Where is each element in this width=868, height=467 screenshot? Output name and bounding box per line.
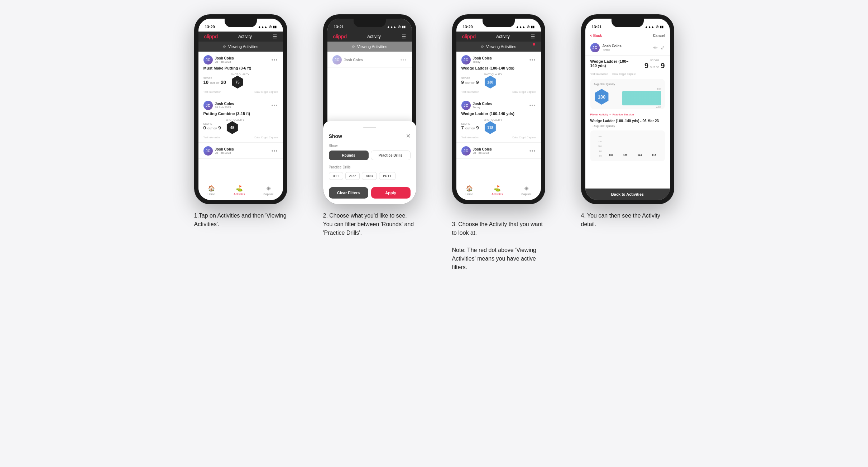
viewing-banner-1[interactable]: ⚙ Viewing Activities xyxy=(198,42,283,52)
card-header-1-2: JC Josh Coles 28 Feb 2023 ••• xyxy=(203,101,278,110)
activity-card-1-2[interactable]: JC Josh Coles 28 Feb 2023 ••• Putting Co… xyxy=(198,97,283,143)
status-icons-1: ▲▲▲ ⦾ ▮▮ xyxy=(258,25,277,29)
activity-card-1-3: JC Josh Coles 28 Feb 2023 ••• xyxy=(198,143,283,159)
chip-arg[interactable]: ARG xyxy=(362,172,377,180)
app-nav-2: clippd Activity ☰ xyxy=(327,32,412,42)
nav-activities-1[interactable]: ⛳ Activities xyxy=(234,185,245,196)
card-header-1-1: JC Josh Coles 28 Feb 2023 ••• xyxy=(203,55,278,65)
detail-user-info-4: JC Josh Coles Today xyxy=(590,43,622,52)
score-label-1-2: Score xyxy=(203,123,221,125)
nav-capture-label-1: Capture xyxy=(263,192,273,196)
nav-capture-1[interactable]: ⊕ Capture xyxy=(263,185,273,196)
sq-badge-1-2: 45 xyxy=(226,121,239,134)
card-header-2-partial: JC Josh Coles ••• xyxy=(332,55,407,65)
score-value-1-1: 10 OUT OF 20 xyxy=(203,80,226,85)
rounds-toggle[interactable]: Rounds xyxy=(329,151,369,160)
user-name-1-2: Josh Coles xyxy=(215,102,234,106)
modal-header: Show ✕ xyxy=(329,133,411,139)
capture-icon-1: ⊕ xyxy=(266,185,271,192)
card-title-1-2: Putting Combine (3-15 ft) xyxy=(203,111,278,116)
card-footer-1-1: Test Information Data: Clippd Capture xyxy=(203,91,278,93)
avatar-4: JC xyxy=(590,43,600,52)
chip-app[interactable]: APP xyxy=(345,172,360,180)
score-col-label-4: Score xyxy=(644,59,665,62)
bar-chart-4: 140 120 100 80 60 xyxy=(590,130,665,161)
clear-filters-button[interactable]: Clear Filters xyxy=(329,187,368,199)
menu-icon-2[interactable]: ☰ xyxy=(402,34,406,39)
banner-text-2: Viewing Activities xyxy=(357,44,387,49)
avatar-3-2: JC xyxy=(461,101,471,110)
app-logo-1: clippd xyxy=(204,34,218,39)
card-footer-3-2: Test Information Data: Clippd Capture xyxy=(461,136,536,139)
avatar-1-3: JC xyxy=(203,146,213,156)
home-icon-1: 🏠 xyxy=(208,185,215,192)
filter-icon-2: ⚙ xyxy=(352,45,355,49)
card-stats-1-2: Score 0 OUT OF 9 Shot Quality 45 xyxy=(203,119,278,134)
avg-hex-4: 130 xyxy=(594,89,610,105)
more-icon-3-3[interactable]: ••• xyxy=(529,148,536,154)
detail-actions-4: ✏ ⤢ xyxy=(653,45,665,51)
avg-quality-row-4: 130 130 APP xyxy=(594,88,661,106)
practice-drills-toggle[interactable]: Practice Drills xyxy=(371,151,411,160)
activity-card-1-1[interactable]: JC Josh Coles 28 Feb 2023 ••• Must Make … xyxy=(198,52,283,97)
user-name-1-3: Josh Coles xyxy=(215,147,234,151)
phone-notch-2 xyxy=(354,19,386,27)
shot-quality-3-1: Shot Quality 130 xyxy=(484,73,502,89)
nav-capture-3[interactable]: ⊕ Capture xyxy=(521,185,531,196)
score-label-3-2: Score xyxy=(461,123,479,125)
step-3: 13:20 ▲▲▲ ⦾ ▮▮ clippd Activity ☰ ⚙ Viewi… xyxy=(441,14,556,272)
phone-1: 13:20 ▲▲▲ ⦾ ▮▮ clippd Activity ☰ ⚙ Viewi… xyxy=(194,14,287,204)
nav-home-1[interactable]: 🏠 Home xyxy=(207,185,215,196)
user-date-1-2: 28 Feb 2023 xyxy=(215,106,234,109)
expand-icon-4[interactable]: ⤢ xyxy=(661,45,665,51)
user-date-3-3: 28 Feb 2023 xyxy=(473,151,492,154)
edit-icon-4[interactable]: ✏ xyxy=(653,45,658,51)
user-name-3-2: Josh Coles xyxy=(473,102,492,106)
avatar-2-partial: JC xyxy=(332,55,342,65)
card-user-1-1: JC Josh Coles 28 Feb 2023 xyxy=(203,55,234,65)
step-desc-1: 1.Tap on Activities and then 'Viewing Ac… xyxy=(194,211,287,229)
nav-activities-3[interactable]: ⛳ Activities xyxy=(491,185,503,196)
status-time-2: 13:21 xyxy=(334,25,344,29)
more-icon-3-1[interactable]: ••• xyxy=(529,57,536,63)
chip-putt[interactable]: PUTT xyxy=(379,172,395,180)
info-right-4: Data: Clippd Capture xyxy=(612,73,636,75)
activity-card-3-1[interactable]: JC Josh Coles Today ••• Wedge Ladder (10… xyxy=(456,52,541,97)
modal-close-icon[interactable]: ✕ xyxy=(406,133,411,139)
viewing-banner-3[interactable]: ⚙ Viewing Activities xyxy=(456,42,541,52)
card-title-3-2: Wedge Ladder (100-140 yds) xyxy=(461,111,536,116)
nav-capture-label-3: Capture xyxy=(521,192,531,196)
back-nav-button[interactable]: < Back xyxy=(590,34,602,38)
user-date-3-2: Today xyxy=(473,106,492,109)
wifi-icon-4: ⦾ xyxy=(656,25,658,29)
y-label-80: 80 xyxy=(595,150,602,152)
back-to-activities-button[interactable]: Back to Activities xyxy=(585,189,670,200)
more-icon-3-2[interactable]: ••• xyxy=(529,103,536,108)
activity-card-3-2[interactable]: JC Josh Coles Today ••• Wedge Ladder (10… xyxy=(456,97,541,143)
card-title-1-1: Must Make Putting (3-6 ft) xyxy=(203,66,278,70)
more-icon-1-3[interactable]: ••• xyxy=(272,148,278,154)
phone-notch-3 xyxy=(483,19,515,27)
menu-icon-3[interactable]: ☰ xyxy=(531,34,535,39)
score-value-3-1: 9 OUT OF 9 xyxy=(461,80,479,85)
card-user-3-3: JC Josh Coles 28 Feb 2023 xyxy=(461,146,492,156)
app-logo-3: clippd xyxy=(462,34,476,39)
filter-icon-3: ⚙ xyxy=(481,45,484,49)
activity-card-2-partial: JC Josh Coles ••• xyxy=(327,52,412,68)
apply-button[interactable]: Apply xyxy=(371,187,411,199)
user-date-3-1: Today xyxy=(473,60,492,63)
nav-home-3[interactable]: 🏠 Home xyxy=(465,185,473,196)
nav-activities-label-1: Activities xyxy=(234,192,245,196)
phone-inner-3: 13:20 ▲▲▲ ⦾ ▮▮ clippd Activity ☰ ⚙ Viewi… xyxy=(456,19,541,200)
cancel-nav-button[interactable]: Cancel xyxy=(653,34,665,38)
score-stat-1-2: Score 0 OUT OF 9 xyxy=(203,123,221,130)
more-icon-1-2[interactable]: ••• xyxy=(272,103,278,108)
footer-right-1-1: Data: Clippd Capture xyxy=(254,91,278,93)
card-user-1-3: JC Josh Coles 28 Feb 2023 xyxy=(203,146,234,156)
sq-label-1-1: Shot Quality xyxy=(231,73,249,76)
sq-badge-3-2: 118 xyxy=(484,121,497,134)
chip-ott[interactable]: OTT xyxy=(329,172,343,180)
more-icon-1-1[interactable]: ••• xyxy=(272,57,278,63)
menu-icon-1[interactable]: ☰ xyxy=(273,34,277,39)
y-label-60: 60 xyxy=(595,155,602,157)
